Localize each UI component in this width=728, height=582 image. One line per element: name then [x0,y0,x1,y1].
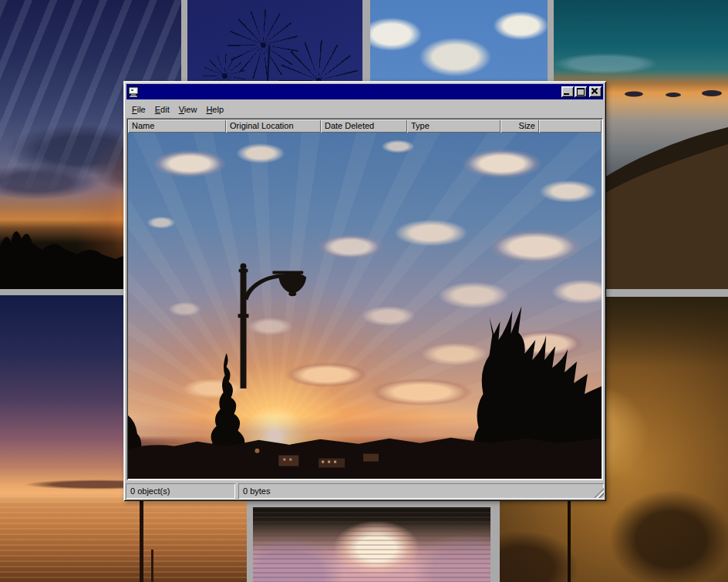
menu-edit[interactable]: Edit [150,103,174,116]
minimize-icon [564,93,569,95]
silhouette-layer [128,133,602,479]
column-header-filler [539,119,602,133]
street-lamp-silhouette [238,263,307,388]
menu-view[interactable]: View [174,103,202,116]
status-object-count: 0 object(s) [126,483,235,499]
computer-icon[interactable] [128,86,140,98]
window-titlebar[interactable] [126,84,603,99]
sunset-lamp-photo [128,133,602,479]
close-icon [589,86,602,97]
column-header-date-deleted[interactable]: Date Deleted [321,119,407,133]
minimize-button[interactable] [561,86,574,97]
column-header-size[interactable]: Size [501,119,539,133]
wooden-pole-silhouette [151,550,153,582]
column-header-row: Name Original Location Date Deleted Type… [128,119,602,133]
water-ripples-overlay [0,496,247,582]
folder-view-panel: Name Original Location Date Deleted Type… [126,118,603,480]
recycle-bin-window: File Edit View Help Name Original Locati… [123,81,606,501]
wooden-pole-silhouette [140,500,143,582]
wallpaper-photo-water-reflection [253,507,490,582]
status-total-size: 0 bytes [238,483,604,499]
maximize-icon [577,88,585,96]
menu-bar: File Edit View Help [126,100,604,117]
column-header-type[interactable]: Type [407,119,501,133]
status-bar: 0 object(s) 0 bytes [126,483,604,499]
water-ripples-overlay [253,507,490,582]
column-header-original-location[interactable]: Original Location [226,119,321,133]
town-foreground-silhouette [128,438,602,479]
column-header-name[interactable]: Name [128,119,226,133]
pole-silhouette [568,499,571,582]
file-list-area[interactable] [128,133,602,479]
menu-help[interactable]: Help [201,103,228,116]
close-button[interactable] [589,86,602,97]
maximize-button[interactable] [575,86,587,97]
menu-file[interactable]: File [127,103,150,116]
